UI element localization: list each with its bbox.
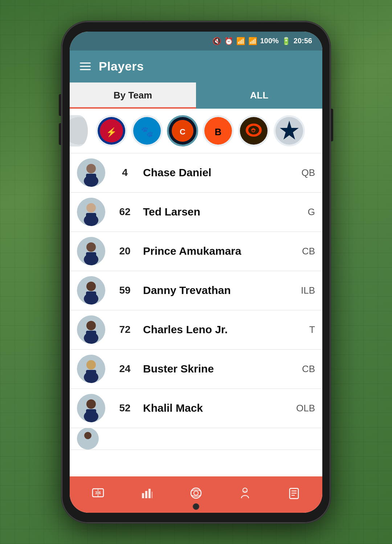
player-row-partial[interactable] [70,428,322,450]
svg-text:⚡: ⚡ [106,127,117,137]
team-logo-bills[interactable]: ⚡ [96,115,127,146]
player-row-danny-trevathan[interactable]: 59 Danny Trevathan ILB [70,271,322,310]
player-name-prince-amukamara: Prince Amukamara [143,245,290,257]
svg-point-0 [70,117,88,145]
mute-icon: 🔇 [212,37,221,45]
player-avatar-buster-skrine [77,355,105,383]
svg-text:B: B [215,126,222,137]
svg-point-22 [86,203,96,213]
player-position-khalil-mack: OLB [290,403,315,414]
volume-up-button[interactable] [59,94,62,116]
svg-point-55 [194,491,198,495]
player-avatar-chase-daniel [77,158,105,187]
player-row-ted-larsen[interactable]: 62 Ted Larsen G [70,193,322,232]
clock: 20:56 [294,37,312,45]
svg-rect-24 [86,213,96,220]
svg-rect-51 [145,491,147,498]
battery-label: 100% [260,37,279,45]
player-avatar-charles-leno [77,315,105,344]
page-title: Players [99,59,144,73]
camera-dot [193,503,199,510]
svg-rect-20 [86,174,96,181]
svg-rect-28 [86,252,96,259]
status-bar: 🔇 ⏰ 📶 📶 100% 🔋 20:56 [70,32,322,51]
phone-device: 🔇 ⏰ 📶 📶 100% 🔋 20:56 Players By Team [62,21,330,523]
nav-teams[interactable] [178,487,214,503]
nav-players[interactable] [227,487,263,503]
svg-point-54 [191,488,201,498]
team-logo-cowboys[interactable] [274,115,305,146]
signal-icon: 📶 [248,37,257,45]
volume-down-button[interactable] [59,123,62,145]
player-avatar-partial [77,428,99,450]
svg-rect-32 [86,291,96,299]
player-name-khalil-mack: Khalil Mack [143,402,290,414]
player-number-ted-larsen: 62 [114,206,136,218]
player-avatar-khalil-mack [77,394,105,422]
app-header: Players [70,51,322,82]
player-number-charles-leno: 72 [114,324,136,335]
player-position-prince-amukamara: CB [290,246,315,257]
svg-text:🐾: 🐾 [141,126,154,138]
team-logo-browns[interactable]: ⛑ [238,115,269,146]
svg-point-26 [86,242,96,252]
player-name-buster-skrine: Buster Skrine [143,363,290,375]
alarm-icon: ⏰ [224,37,233,45]
player-number-chase-daniel: 4 [114,167,136,178]
tab-by-team[interactable]: By Team [70,82,196,109]
svg-point-42 [86,399,96,409]
svg-rect-44 [86,409,96,416]
svg-rect-50 [142,493,144,498]
player-number-buster-skrine: 24 [114,363,136,375]
svg-rect-52 [148,489,151,498]
team-logos-row: ⚡ 🐾 C [70,109,322,153]
players-list: 4 Chase Daniel QB 62 Ted Larsen G [70,153,322,476]
player-number-danny-trevathan: 59 [114,285,136,296]
tab-bar: By Team ALL [70,82,322,109]
menu-button[interactable] [80,63,91,70]
player-name-ted-larsen: Ted Larsen [143,206,290,218]
phone-screen: 🔇 ⏰ 📶 📶 100% 🔋 20:56 Players By Team [70,32,322,513]
svg-point-30 [86,282,96,291]
player-position-danny-trevathan: ILB [290,285,315,296]
player-row-prince-amukamara[interactable]: 20 Prince Amukamara CB [70,232,322,271]
player-number-khalil-mack: 52 [114,402,136,414]
player-row-buster-skrine[interactable]: 24 Buster Skrine CB [70,350,322,389]
player-row-charles-leno[interactable]: 72 Charles Leno Jr. T [70,310,322,350]
player-position-buster-skrine: CB [290,363,315,375]
svg-text:C: C [180,127,185,136]
player-position-charles-leno: T [290,324,315,335]
scoreboard-icon: 3:6 [91,487,105,503]
status-icons: 🔇 ⏰ 📶 📶 100% 🔋 20:56 [212,37,312,45]
svg-point-34 [86,321,96,330]
svg-rect-36 [86,331,96,338]
power-button[interactable] [330,109,333,141]
nav-scoreboard[interactable]: 3:6 [80,487,116,503]
team-logo-bengals[interactable]: B [203,115,234,146]
player-number-prince-amukamara: 20 [114,245,136,257]
news-icon [287,487,301,503]
svg-rect-40 [86,370,96,377]
svg-point-46 [84,432,91,439]
svg-text:⛑: ⛑ [251,128,256,133]
player-row-chase-daniel[interactable]: 4 Chase Daniel QB [70,153,322,193]
player-avatar-ted-larsen [77,198,105,226]
player-position-ted-larsen: G [290,206,315,218]
svg-rect-53 [152,492,152,498]
teams-icon [189,487,203,503]
tab-all[interactable]: ALL [196,82,322,109]
team-logo-bears[interactable]: C [167,115,198,146]
nav-standings[interactable] [129,487,165,503]
players-icon [238,487,252,503]
wifi-icon: 📶 [236,37,245,45]
team-logo-partial-left[interactable] [70,115,88,146]
team-logo-panthers[interactable]: 🐾 [131,115,163,146]
standings-icon [140,487,154,503]
player-name-chase-daniel: Chase Daniel [143,166,290,179]
player-position-chase-daniel: QB [290,167,315,178]
svg-point-18 [86,164,96,173]
nav-news[interactable] [276,487,312,503]
player-row-khalil-mack[interactable]: 52 Khalil Mack OLB [70,389,322,428]
player-avatar-danny-trevathan [77,276,105,305]
svg-point-38 [86,360,96,370]
